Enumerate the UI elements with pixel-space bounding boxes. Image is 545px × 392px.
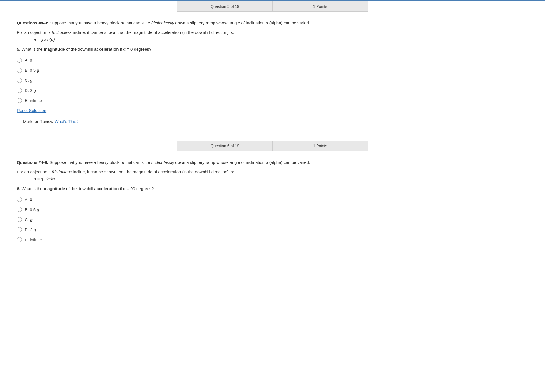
q6-label-e: E. infinite bbox=[25, 237, 42, 242]
q5-points: 1 Points bbox=[273, 1, 368, 11]
q5-radio-c[interactable] bbox=[17, 78, 22, 83]
q6-question-text: 6. What is the magnitude of the downhill… bbox=[17, 186, 348, 192]
q6-radio-a[interactable] bbox=[17, 197, 22, 202]
q6-label-d: D. 2 g bbox=[25, 227, 36, 232]
q5-options: A. 0 B. 0.5 g C. g D. 2 g E. infinite bbox=[17, 58, 348, 103]
q6-label-b: B. 0.5 g bbox=[25, 207, 39, 212]
q5-label-d: D. 2 g bbox=[25, 88, 36, 93]
q5-context-intro: Questions #4-9: Suppose that you have a … bbox=[17, 20, 348, 26]
q5-mark-review-label: Mark for Review bbox=[23, 119, 53, 124]
q6-radio-e[interactable] bbox=[17, 237, 22, 242]
q6-label-c: C. g bbox=[25, 217, 33, 222]
q5-radio-a[interactable] bbox=[17, 58, 22, 63]
q5-number: Question 5 of 19 bbox=[177, 1, 273, 11]
q5-label-e: E. infinite bbox=[25, 98, 42, 103]
q5-reset-link[interactable]: Reset Selection bbox=[17, 108, 46, 113]
q5-radio-e[interactable] bbox=[17, 98, 22, 103]
q6-option-b[interactable]: B. 0.5 g bbox=[17, 207, 348, 212]
q5-question-text: 5. What is the magnitude of the downhill… bbox=[17, 46, 348, 53]
q6-option-e[interactable]: E. infinite bbox=[17, 237, 348, 242]
q5-mark-review-checkbox[interactable] bbox=[17, 119, 21, 123]
q5-mark-review-row: Mark for Review What's This? bbox=[17, 119, 348, 124]
q6-radio-b[interactable] bbox=[17, 207, 22, 212]
q5-option-e[interactable]: E. infinite bbox=[17, 98, 348, 103]
q6-context-line2: For an object on a frictionless incline,… bbox=[17, 169, 348, 175]
spacer-1 bbox=[0, 132, 545, 141]
q6-label-a: A. 0 bbox=[25, 197, 32, 202]
q6-ctx1: Suppose that you have a heavy block m th… bbox=[50, 160, 310, 165]
q6-range-label: Questions #4-9: bbox=[17, 160, 49, 165]
q6-option-c[interactable]: C. g bbox=[17, 217, 348, 222]
q6-radio-d[interactable] bbox=[17, 227, 22, 232]
q6-points: 1 Points bbox=[273, 141, 368, 151]
q5-label-c: C. g bbox=[25, 78, 33, 83]
q5-option-d[interactable]: D. 2 g bbox=[17, 88, 348, 93]
q5-option-b[interactable]: B. 0.5 g bbox=[17, 68, 348, 73]
question-5-header: Question 5 of 19 1 Points bbox=[177, 1, 368, 12]
q6-options: A. 0 B. 0.5 g C. g D. 2 g E. infinite bbox=[17, 197, 348, 242]
q5-option-c[interactable]: C. g bbox=[17, 78, 348, 83]
q6-context-intro: Questions #4-9: Suppose that you have a … bbox=[17, 159, 348, 166]
q5-radio-d[interactable] bbox=[17, 88, 22, 93]
q6-option-d[interactable]: D. 2 g bbox=[17, 227, 348, 232]
q6-number: Question 6 of 19 bbox=[177, 141, 273, 151]
question-5-block: Questions #4-9: Suppose that you have a … bbox=[0, 12, 364, 132]
q5-label-a: A. 0 bbox=[25, 58, 32, 62]
q5-radio-b[interactable] bbox=[17, 68, 22, 73]
q5-whats-this-link[interactable]: What's This? bbox=[55, 119, 79, 124]
q6-radio-c[interactable] bbox=[17, 217, 22, 222]
q6-option-a[interactable]: A. 0 bbox=[17, 197, 348, 202]
q6-formula: a = g sin(α) bbox=[34, 176, 348, 181]
q5-label-b: B. 0.5 g bbox=[25, 68, 39, 73]
question-6-header: Question 6 of 19 1 Points bbox=[177, 141, 368, 151]
q5-option-a[interactable]: A. 0 bbox=[17, 58, 348, 63]
q5-ctx1: Suppose that you have a heavy block m th… bbox=[50, 20, 310, 25]
q5-range-label: Questions #4-9: bbox=[17, 20, 49, 25]
q5-formula: a = g sin(α) bbox=[34, 37, 348, 42]
q5-context-line2: For an object on a frictionless incline,… bbox=[17, 29, 348, 36]
question-6-block: Questions #4-9: Suppose that you have a … bbox=[0, 151, 364, 253]
